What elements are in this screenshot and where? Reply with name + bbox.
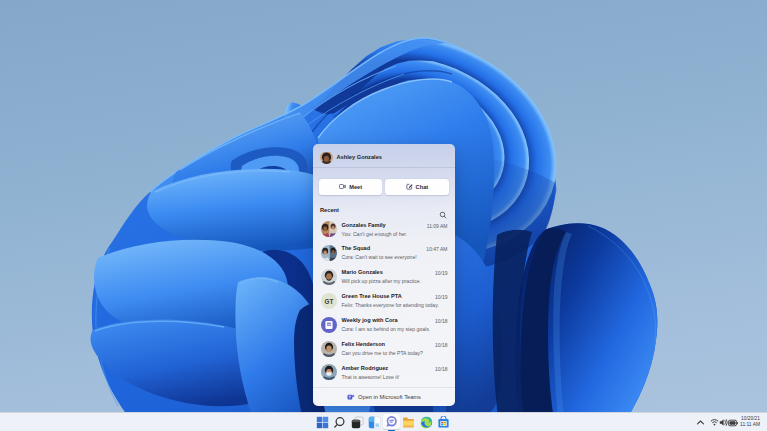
svg-text:GT: GT — [325, 297, 334, 304]
